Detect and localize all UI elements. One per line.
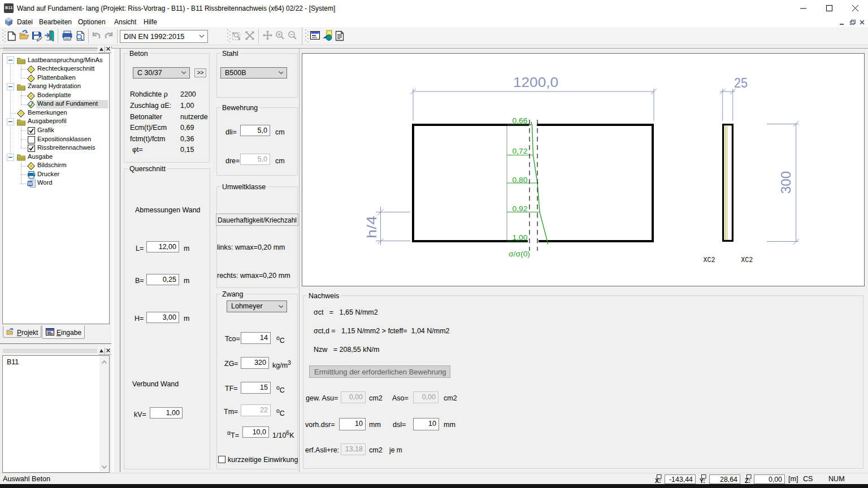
svg-text:Y:: Y: <box>700 477 705 483</box>
svg-text:0,92: 0,92 <box>513 204 528 213</box>
svg-text:0,66: 0,66 <box>513 116 528 125</box>
svg-text:XC2: XC2 <box>741 256 753 264</box>
svg-text:25: 25 <box>734 75 748 90</box>
svg-text:1200,0: 1200,0 <box>513 75 558 90</box>
svg-text:W: W <box>28 181 33 186</box>
svg-text:1,00: 1,00 <box>513 233 528 242</box>
svg-text:h/4: h/4 <box>364 216 379 238</box>
svg-text:σ/σ(0): σ/σ(0) <box>509 250 530 258</box>
svg-text:0,80: 0,80 <box>513 176 528 184</box>
svg-text:XC2: XC2 <box>704 256 715 264</box>
svg-text:Z:: Z: <box>745 477 750 483</box>
svg-text:X:: X: <box>655 477 661 483</box>
svg-text:0,72: 0,72 <box>513 147 528 155</box>
svg-text:300: 300 <box>778 171 793 194</box>
